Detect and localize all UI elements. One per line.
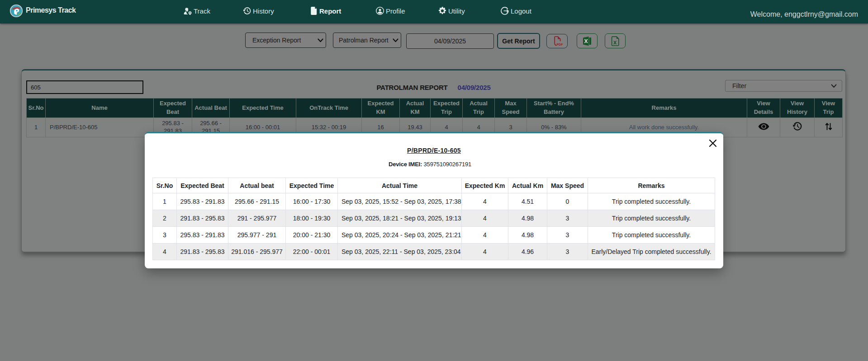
svg-text:PDF: PDF	[556, 43, 563, 46]
